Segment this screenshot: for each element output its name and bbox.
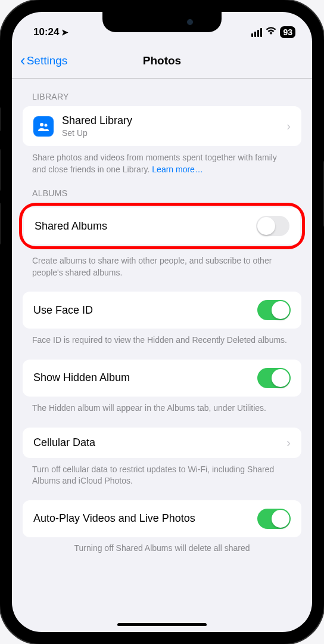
section-header-library: LIBRARY bbox=[12, 79, 312, 106]
face-id-footer: Face ID is required to view the Hidden a… bbox=[12, 329, 312, 346]
chevron-right-icon: › bbox=[286, 436, 291, 450]
battery-icon: 93 bbox=[280, 26, 295, 38]
face-id-row[interactable]: Use Face ID bbox=[23, 292, 301, 329]
library-footer: Share photos and videos from moments spe… bbox=[12, 146, 312, 175]
mute-switch bbox=[0, 107, 1, 131]
hidden-album-title: Show Hidden Album bbox=[33, 371, 249, 384]
albums-footer: Create albums to share with other people… bbox=[12, 249, 312, 278]
chevron-left-icon: ‹ bbox=[20, 51, 26, 70]
hidden-album-footer: The Hidden album will appear in the Albu… bbox=[12, 397, 312, 414]
shared-albums-row[interactable]: Shared Albums bbox=[24, 208, 300, 244]
people-icon bbox=[33, 116, 54, 137]
svg-point-1 bbox=[45, 123, 48, 126]
shared-library-row[interactable]: Shared Library Set Up › bbox=[23, 106, 301, 146]
hidden-album-toggle[interactable] bbox=[257, 368, 291, 388]
wifi-icon bbox=[266, 27, 276, 38]
chevron-right-icon: › bbox=[286, 119, 291, 133]
cellular-data-row[interactable]: Cellular Data › bbox=[23, 428, 301, 458]
autoplay-row[interactable]: Auto-Play Videos and Live Photos bbox=[23, 500, 301, 537]
learn-more-link[interactable]: Learn more… bbox=[152, 165, 203, 174]
page-title: Photos bbox=[143, 54, 181, 67]
home-indicator[interactable] bbox=[117, 623, 207, 626]
screen: 10:24 ➤ 93 ‹ Settings Photos LIBR bbox=[12, 12, 312, 632]
signal-icon bbox=[251, 28, 262, 37]
autoplay-toggle[interactable] bbox=[257, 509, 291, 529]
shared-library-subtitle: Set Up bbox=[62, 128, 278, 138]
nav-bar: ‹ Settings Photos bbox=[12, 45, 312, 79]
notch bbox=[102, 12, 222, 32]
volume-down-button bbox=[0, 203, 1, 244]
hidden-album-row[interactable]: Show Hidden Album bbox=[23, 360, 301, 397]
shared-library-title: Shared Library bbox=[62, 114, 278, 127]
phone-frame: 10:24 ➤ 93 ‹ Settings Photos LIBR bbox=[0, 0, 324, 644]
section-header-albums: ALBUMS bbox=[12, 175, 312, 203]
autoplay-title: Auto-Play Videos and Live Photos bbox=[33, 512, 249, 525]
cellular-data-title: Cellular Data bbox=[33, 436, 278, 449]
shared-albums-toggle[interactable] bbox=[256, 216, 289, 236]
back-button[interactable]: ‹ Settings bbox=[20, 51, 67, 70]
highlight-annotation: Shared Albums bbox=[19, 203, 305, 249]
status-time: 10:24 bbox=[33, 26, 59, 38]
face-id-toggle[interactable] bbox=[257, 300, 291, 320]
volume-up-button bbox=[0, 149, 1, 191]
content-scroll[interactable]: LIBRARY Shared Library Set Up › Share ph… bbox=[12, 79, 312, 632]
autoplay-footer: Turning off Shared Albums will delete al… bbox=[12, 537, 312, 553]
location-icon: ➤ bbox=[61, 27, 68, 37]
svg-point-0 bbox=[40, 123, 43, 126]
shared-albums-title: Shared Albums bbox=[35, 220, 248, 233]
back-label: Settings bbox=[27, 54, 68, 67]
face-id-title: Use Face ID bbox=[33, 304, 249, 317]
cellular-footer: Turn off cellular data to restrict updat… bbox=[12, 458, 312, 487]
